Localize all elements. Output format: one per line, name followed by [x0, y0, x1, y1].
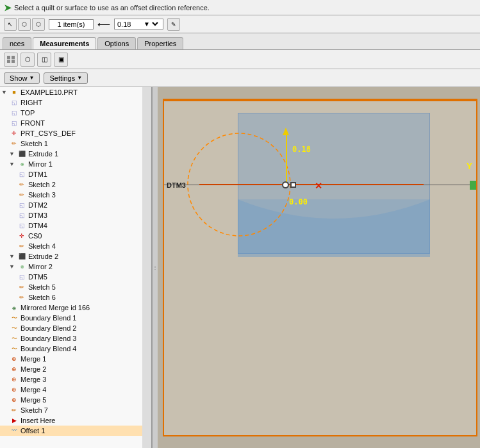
item-top-label: TOP [21, 109, 35, 117]
item-sketch1-label: Sketch 1 [21, 140, 48, 147]
tree-item-top[interactable]: ◱ TOP [0, 108, 151, 118]
tree-item-sketch1[interactable]: ✏ Sketch 1 [0, 138, 151, 149]
mirror2-icon: ⎈ [17, 262, 27, 271]
settings-dropdown[interactable]: Settings [44, 72, 88, 84]
tree-item-sketch4[interactable]: ✏ Sketch 4 [0, 241, 151, 251]
item-sketch2-label: Sketch 2 [28, 181, 56, 188]
blend1-icon: 〜 [9, 313, 19, 322]
tree-item-dtm4[interactable]: ◱ DTM4 [0, 220, 151, 231]
x-mark: ✕ [315, 181, 322, 191]
expand-extrude2: ▼ [9, 253, 17, 260]
sketch4-icon: ✏ [17, 242, 27, 251]
tab-properties-label: Properties [144, 40, 176, 47]
offset-dropdown[interactable]: ▼ [141, 20, 160, 28]
item-mirror1-label: Mirror 1 [28, 160, 53, 168]
tree-item-mirrored-merge[interactable]: ⎈ Mirrored Merge id 166 [0, 303, 151, 313]
tree-item-blend3[interactable]: 〜 Boundary Blend 3 [0, 333, 151, 344]
item-sketch7-label: Sketch 7 [21, 406, 48, 414]
sketch6-icon: ✏ [17, 293, 27, 302]
edit-icon-btn[interactable]: ✎ [167, 18, 180, 31]
green-edge-indicator [470, 181, 476, 190]
tree-item-sketch5[interactable]: ✏ Sketch 5 [0, 282, 151, 292]
insert-icon: ▶ [9, 416, 19, 425]
icon-btn-b[interactable]: ◫ [37, 53, 51, 67]
item-cs0-label: CS0 [28, 232, 42, 240]
tree-item-csys[interactable]: ✛ PRT_CSYS_DEF [0, 128, 151, 138]
dim-018: 0.18 [292, 145, 311, 154]
tab-measurements-label: Measurements [40, 40, 89, 47]
dtm2-icon: ◱ [17, 201, 27, 210]
merge1-icon: ⊕ [9, 354, 19, 363]
top-border-line [164, 100, 476, 101]
tree-item-blend2[interactable]: 〜 Boundary Blend 2 [0, 323, 151, 333]
point-marker-circle [282, 181, 289, 188]
expand-mirror2: ▼ [9, 263, 17, 270]
icon-btn-2[interactable]: ⬡ [32, 18, 45, 31]
tree-item-merge4[interactable]: ⊕ Merge 4 [0, 385, 151, 395]
cs0-icon: ✛ [17, 231, 27, 240]
item-front-label: FRONT [21, 119, 45, 127]
grid-icon-btn[interactable] [4, 53, 18, 67]
mirrored-merge-icon: ⎈ [9, 303, 19, 312]
tree-item-merge3[interactable]: ⊕ Merge 3 [0, 374, 151, 385]
tree-item-dtm3[interactable]: ◱ DTM3 [0, 210, 151, 220]
item-merge4-label: Merge 4 [21, 386, 46, 394]
tree-item-right[interactable]: ◱ RIGHT [0, 97, 151, 108]
tree-item-offset1[interactable]: 〰 Offset 1 [0, 426, 151, 436]
tab-properties[interactable]: Properties [137, 37, 183, 49]
item-csys-label: PRT_CSYS_DEF [21, 129, 76, 137]
tree-item-insert-here[interactable]: ▶ Insert Here [0, 415, 151, 426]
tree-item-dtm2[interactable]: ◱ DTM2 [0, 200, 151, 210]
item-count[interactable]: 1 item(s) [49, 19, 94, 29]
icon-btn-a[interactable]: ⬡ [21, 53, 35, 67]
merge2-icon: ⊕ [9, 365, 19, 374]
tree-item-blend1[interactable]: 〜 Boundary Blend 1 [0, 313, 151, 323]
dtm3-viewport-label: DTM3 [167, 181, 186, 189]
extrude-icon: ⬛ [17, 149, 27, 158]
viewport[interactable]: DTM3 0.18 0.00 ✕ Y [158, 87, 480, 448]
tree-item-merge1[interactable]: ⊕ Merge 1 [0, 354, 151, 364]
dtm3-icon: ◱ [17, 211, 27, 220]
tree-item-sketch3[interactable]: ✏ Sketch 3 [0, 190, 151, 200]
tree-item-cs0[interactable]: ✛ CS0 [0, 231, 151, 241]
tree-item-sketch2[interactable]: ✏ Sketch 2 [0, 179, 151, 190]
h-axis-red [199, 184, 424, 185]
offset-value-container: 0.18 ▼ [114, 19, 163, 29]
top-toolbar: ↖ ⬡ ⬡ 1 item(s) ⟵ 0.18 ▼ ✎ [0, 15, 480, 33]
item-merge1-label: Merge 1 [21, 355, 46, 363]
tree-item-sketch7[interactable]: ✏ Sketch 7 [0, 405, 151, 415]
merge3-icon: ⊕ [9, 375, 19, 384]
icon-btn-1[interactable]: ⬡ [18, 18, 31, 31]
item-dtm4-label: DTM4 [28, 222, 47, 229]
tree-item-merge2[interactable]: ⊕ Merge 2 [0, 364, 151, 374]
tree-item-merge5[interactable]: ⊕ Merge 5 [0, 395, 151, 405]
offset-value[interactable]: 0.18 [117, 21, 140, 28]
arrow-select-btn[interactable]: ↖ [4, 18, 17, 31]
tree-root[interactable]: ▼ ■ EXAMPLE10.PRT [0, 87, 151, 97]
icon-btn-c[interactable]: ▣ [54, 53, 68, 67]
tree-item-sketch6[interactable]: ✏ Sketch 6 [0, 292, 151, 303]
tree-item-extrude2[interactable]: ▼ ⬛ Extrude 2 [0, 251, 151, 261]
item-extrude2-label: Extrude 2 [28, 253, 58, 260]
tree-scrollbar[interactable] [142, 87, 151, 448]
tree-item-front[interactable]: ◱ FRONT [0, 118, 151, 128]
panel-divider[interactable]: ⋮ [153, 87, 158, 448]
tab-measurements[interactable]: Measurements [33, 37, 96, 49]
show-dropdown[interactable]: Show [4, 72, 40, 84]
item-mirrored-merge-label: Mirrored Merge id 166 [21, 304, 90, 311]
tree-item-extrude1[interactable]: ▼ ⬛ Extrude 1 [0, 149, 151, 159]
item-mirror2-label: Mirror 2 [28, 263, 53, 270]
tab-options[interactable]: Options [97, 37, 136, 49]
tree-item-mirror2[interactable]: ▼ ⎈ Mirror 2 [0, 261, 151, 272]
blend2-icon: 〜 [9, 324, 19, 333]
tree-item-dtm5[interactable]: ◱ DTM5 [0, 272, 151, 282]
icon2: ⬡ [36, 21, 41, 28]
blend4-icon: 〜 [9, 344, 19, 353]
item-sketch6-label: Sketch 6 [28, 294, 56, 301]
item-merge2-label: Merge 2 [21, 365, 46, 373]
tree-item-dtm1[interactable]: ◱ DTM1 [0, 169, 151, 179]
tab-references[interactable]: nces [3, 37, 31, 49]
tree-item-mirror1[interactable]: ▼ ⎈ Mirror 1 [0, 159, 151, 169]
tree-item-blend4[interactable]: 〜 Boundary Blend 4 [0, 344, 151, 354]
y-axis-label: Y [467, 161, 472, 171]
